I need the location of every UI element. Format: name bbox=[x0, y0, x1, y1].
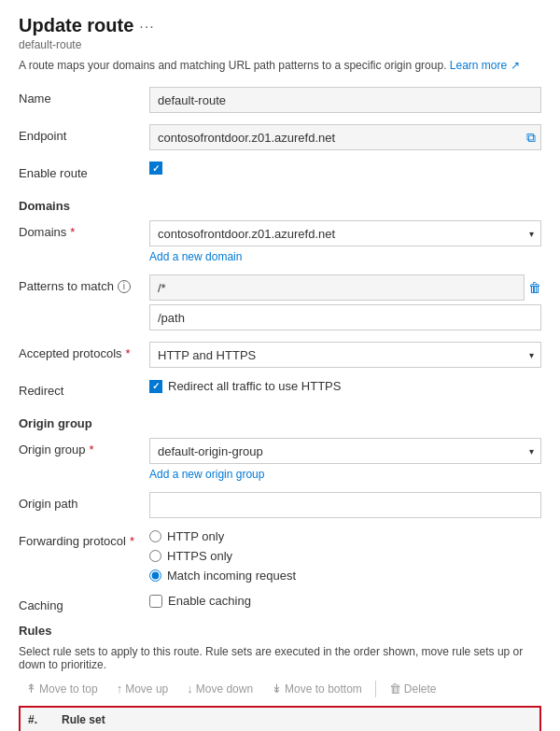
patterns-row: Patterns to match i 🗑 bbox=[19, 274, 541, 330]
radio-match-incoming[interactable] bbox=[149, 569, 161, 582]
add-domain-link[interactable]: Add a new domain bbox=[149, 250, 242, 263]
enable-route-row: Enable route bbox=[19, 162, 541, 180]
delete-rule-label: Delete bbox=[404, 682, 437, 696]
radio-group: HTTP only HTTPS only Match incoming requ… bbox=[149, 529, 541, 583]
origin-path-row: Origin path bbox=[19, 492, 541, 518]
move-top-button[interactable]: ↟ Move to top bbox=[19, 679, 105, 698]
accepted-protocols-row: Accepted protocols * HTTP and HTTPS ▾ bbox=[19, 342, 541, 368]
patterns-field: 🗑 bbox=[149, 274, 541, 330]
table-header-rule-set: Rule set bbox=[54, 708, 539, 731]
rules-section: Rules Select rule sets to apply to this … bbox=[19, 624, 541, 731]
table-header-row: #. Rule set bbox=[21, 708, 539, 731]
redirect-checkbox-row: Redirect all traffic to use HTTPS bbox=[149, 379, 541, 393]
radio-http-only-label: HTTP only bbox=[167, 529, 224, 543]
origin-path-label: Origin path bbox=[19, 492, 149, 511]
origin-path-input[interactable] bbox=[149, 492, 541, 518]
enable-route-field bbox=[149, 162, 541, 175]
radio-match-incoming-row: Match incoming request bbox=[149, 569, 541, 583]
domains-select-wrapper: contosofrontdoor.z01.azurefd.net ▾ bbox=[149, 220, 541, 246]
name-input[interactable] bbox=[149, 87, 541, 113]
name-label: Name bbox=[19, 87, 149, 105]
caching-checkbox-row: Enable caching bbox=[149, 594, 541, 608]
origin-path-field bbox=[149, 492, 541, 518]
enable-route-checkbox[interactable] bbox=[149, 162, 162, 175]
move-bottom-button[interactable]: ↡ Move to bottom bbox=[264, 679, 370, 698]
delete-rule-icon: 🗑 bbox=[389, 682, 401, 696]
pattern-input-1[interactable] bbox=[149, 274, 525, 301]
radio-https-only-label: HTTPS only bbox=[167, 549, 232, 563]
protocols-select-wrapper: HTTP and HTTPS ▾ bbox=[149, 342, 541, 368]
rules-toolbar: ↟ Move to top ↑ Move up ↓ Move down ↡ Mo… bbox=[19, 679, 541, 698]
description: A route maps your domains and matching U… bbox=[19, 59, 541, 72]
accepted-protocols-select[interactable]: HTTP and HTTPS bbox=[149, 342, 541, 368]
origin-group-select[interactable]: default-origin-group bbox=[149, 438, 541, 464]
caching-field: Enable caching bbox=[149, 594, 541, 608]
domains-section-title: Domains bbox=[19, 199, 541, 213]
caching-label: Caching bbox=[19, 594, 149, 612]
patterns-label: Patterns to match i bbox=[19, 274, 149, 293]
forwarding-protocol-row: Forwarding protocol * HTTP only HTTPS on… bbox=[19, 529, 541, 583]
rules-section-title: Rules bbox=[19, 624, 541, 638]
move-down-button[interactable]: ↓ Move down bbox=[179, 679, 260, 698]
move-up-label: Move up bbox=[125, 682, 168, 696]
origin-group-section: Origin group bbox=[19, 409, 541, 430]
patterns-container: 🗑 bbox=[149, 274, 541, 330]
forwarding-protocol-label: Forwarding protocol * bbox=[19, 529, 149, 548]
page-title: Update route bbox=[19, 15, 133, 36]
title-menu-dots[interactable]: ··· bbox=[139, 19, 154, 35]
redirect-checkbox[interactable] bbox=[149, 380, 162, 393]
rules-table-container: #. Rule set bbox=[19, 706, 541, 731]
delete-pattern-1-icon[interactable]: 🗑 bbox=[528, 280, 541, 295]
origin-group-label: Origin group * bbox=[19, 438, 149, 457]
pattern-row-2 bbox=[149, 304, 541, 330]
radio-match-incoming-label: Match incoming request bbox=[167, 569, 296, 583]
origin-group-section-title: Origin group bbox=[19, 416, 541, 430]
endpoint-input[interactable] bbox=[149, 124, 541, 150]
endpoint-label: Endpoint bbox=[19, 124, 149, 143]
endpoint-row: Endpoint ⧉ bbox=[19, 124, 541, 150]
origin-group-field: default-origin-group ▾ Add a new origin … bbox=[149, 438, 541, 481]
radio-https-only[interactable] bbox=[149, 550, 161, 562]
endpoint-wrapper: ⧉ bbox=[149, 124, 541, 150]
name-row: Name bbox=[19, 87, 541, 113]
endpoint-field: ⧉ bbox=[149, 124, 541, 150]
move-bottom-label: Move to bottom bbox=[285, 682, 362, 696]
domains-row: Domains * contosofrontdoor.z01.azurefd.n… bbox=[19, 220, 541, 263]
move-up-icon: ↑ bbox=[117, 682, 123, 696]
radio-https-only-row: HTTPS only bbox=[149, 549, 541, 563]
domains-select[interactable]: contosofrontdoor.z01.azurefd.net bbox=[149, 220, 541, 246]
rules-table: #. Rule set bbox=[21, 708, 539, 731]
table-header-number: #. bbox=[21, 708, 54, 731]
move-down-icon: ↓ bbox=[187, 682, 193, 696]
domains-field: contosofrontdoor.z01.azurefd.net ▾ Add a… bbox=[149, 220, 541, 263]
add-origin-group-link[interactable]: Add a new origin group bbox=[149, 468, 264, 481]
accepted-protocols-label: Accepted protocols * bbox=[19, 342, 149, 360]
page-container: Update route ··· default-route A route m… bbox=[0, 0, 560, 731]
learn-more-link[interactable]: Learn more ↗ bbox=[450, 59, 520, 72]
accepted-protocols-field: HTTP and HTTPS ▾ bbox=[149, 342, 541, 368]
move-bottom-icon: ↡ bbox=[272, 682, 282, 696]
radio-http-only-row: HTTP only bbox=[149, 529, 541, 543]
patterns-info-icon[interactable]: i bbox=[118, 280, 131, 293]
delete-rule-button[interactable]: 🗑 Delete bbox=[382, 679, 444, 698]
caching-row: Caching Enable caching bbox=[19, 594, 541, 612]
toolbar-separator bbox=[375, 681, 376, 697]
move-top-label: Move to top bbox=[39, 682, 98, 696]
pattern-input-2[interactable] bbox=[149, 304, 541, 330]
enable-route-label: Enable route bbox=[19, 162, 149, 180]
enable-caching-label: Enable caching bbox=[168, 594, 251, 608]
move-top-icon: ↟ bbox=[26, 682, 36, 696]
redirect-label: Redirect bbox=[19, 379, 149, 398]
name-field bbox=[149, 87, 541, 113]
copy-icon[interactable]: ⧉ bbox=[526, 130, 536, 146]
enable-caching-checkbox[interactable] bbox=[149, 595, 162, 608]
breadcrumb: default-route bbox=[19, 38, 541, 51]
rules-description: Select rule sets to apply to this route.… bbox=[19, 645, 541, 671]
radio-http-only[interactable] bbox=[149, 530, 161, 542]
origin-group-select-wrapper: default-origin-group ▾ bbox=[149, 438, 541, 464]
pattern-row-1: 🗑 bbox=[149, 274, 541, 301]
redirect-text: Redirect all traffic to use HTTPS bbox=[168, 379, 341, 393]
move-up-button[interactable]: ↑ Move up bbox=[109, 679, 176, 698]
origin-group-row: Origin group * default-origin-group ▾ Ad… bbox=[19, 438, 541, 481]
domains-label: Domains * bbox=[19, 220, 149, 239]
